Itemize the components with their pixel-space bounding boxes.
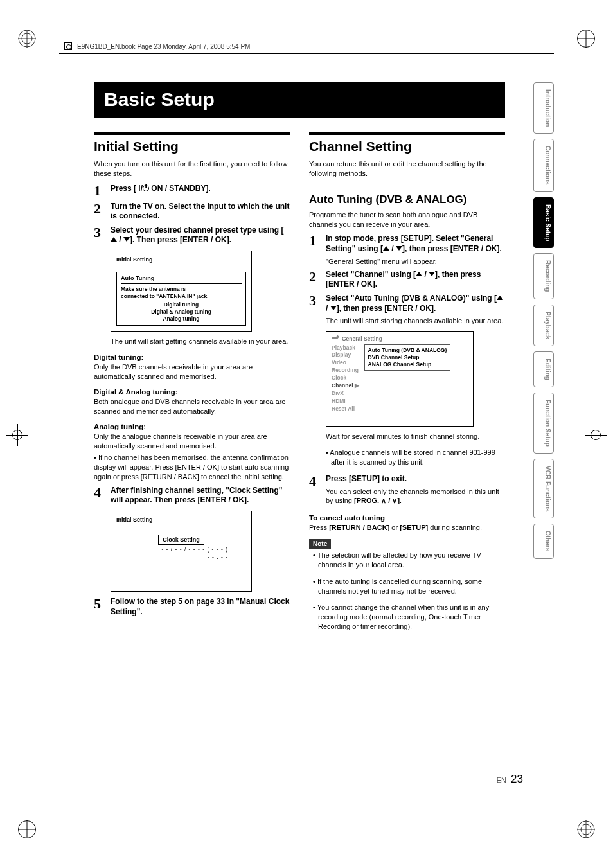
note-item: • You cannot change the channel when thi… [313,603,505,632]
step-1: 1 In stop mode, press [SETUP]. Select "G… [309,234,505,265]
osd-panel-item: DVB Channel Setup [368,354,447,361]
note-list: • The selection will be affected by how … [309,551,505,632]
section-tab: Connections [533,139,554,192]
up-arrow-icon [416,272,422,276]
section-tab: Recording [533,253,554,299]
step-3: 3 Select "Auto Tuning (DVB & ANALOG)" us… [309,294,505,325]
section-tab: Editing [533,351,554,387]
osd-msg: Make sure the antenna is [121,286,242,293]
page-footer: EN 23 [497,773,523,786]
step-number: 3 [309,294,321,325]
step-number: 1 [94,184,105,198]
section-tabs: IntroductionConnectionsBasic SetupRecord… [533,82,554,559]
osd-menu-item: Reset All [332,405,359,413]
subhead: Analog tuning: [94,423,290,430]
body-text: Both analogue and DVB channels receivabl… [94,397,290,416]
step-text: In stop mode, press [SETUP]. Select "Gen… [326,234,505,265]
osd-title: Initial Setting [116,256,246,263]
triangle-right-icon: ▶ [355,382,359,390]
osd-option: Digital & Analog tuning [121,308,242,315]
heading-initial-setting: Initial Setting [94,139,290,154]
osd-menu: PlaybackDisplayVideoRecordingClockChanne… [332,344,359,413]
step-number: 2 [309,270,321,290]
column-left: Initial Setting When you turn on this un… [94,132,290,639]
osd-clock-setting: Initial Setting Clock Setting - - / - - … [111,511,252,592]
down-arrow-icon [396,246,402,251]
osd-option: Analog tuning [121,315,242,323]
osd-value: - - / - - / - - - - ( - - - ) [116,546,246,553]
step-2: 2 Turn the TV on. Select the input to wh… [94,202,290,222]
subhead: Digital tuning: [94,353,290,361]
intro-text: You can retune this unit or edit the cha… [309,159,505,179]
crop-mark-icon [18,820,36,838]
body-text: Only the DVB channels receivable in your… [94,362,290,382]
crop-mark-icon [18,30,36,48]
osd-menu-item: Playback [332,344,359,352]
osd-option: Digital tuning [121,301,242,308]
section-tab: Playback [533,305,554,346]
osd-msg: connected to "ANTENNA IN" jack. [121,293,242,300]
rule [309,184,505,184]
step-number: 1 [309,234,321,265]
step-text: Select your desired channel preset type … [111,226,290,245]
intro-text: When you turn on this unit for the first… [94,159,290,179]
osd-menu-item: Recording [332,367,359,375]
book-icon [63,41,73,51]
body-text: Wait for several minutes to finish chann… [326,432,505,441]
osd-menu-item: Clock [332,375,359,382]
step-subtext: The unit will start storing channels ava… [326,316,505,325]
step-subtext: "General Setting" menu will appear. [326,257,505,266]
chevron-up-icon: ∧ [381,496,386,505]
footer-lang: EN [497,776,506,784]
step-text: Select "Channel" using [ / ], then press… [326,270,505,290]
step-number: 3 [94,226,105,245]
body-text: Press [RETURN / BACK] or [SETUP] during … [309,523,505,533]
running-header: E9NG1BD_EN.book Page 23 Monday, April 7,… [59,39,554,54]
osd-value: - - : - - [116,554,246,560]
step-number: 2 [94,202,105,222]
body-text: • If no channel has been memorised, the … [94,453,290,482]
step-number: 4 [94,486,105,506]
up-arrow-icon [497,296,503,300]
content: Basic Setup Initial Setting When you tur… [94,82,505,791]
osd-panel-item: Auto Tuning (DVB & ANALOG) [368,347,447,354]
heading-auto-tuning: Auto Tuning (DVB & ANALOG) [309,193,505,206]
osd-menu-item: Display [332,351,359,359]
step-number: 5 [94,597,105,617]
osd-title: General Setting [332,335,468,342]
column-right: Channel Setting You can retune this unit… [309,132,505,639]
osd-menu-item: HDMI [332,398,359,405]
rule [309,132,505,135]
osd-menu-item: DivX [332,390,359,398]
osd-menu-item: Channel ▶ [332,382,359,390]
heading-channel-setting: Channel Setting [309,139,505,154]
note-label: Note [309,539,331,549]
osd-panel: Auto Tuning (DVB & ANALOG)DVB Channel Se… [364,344,451,371]
step-4: 4 After finishing channel setting, "Cloc… [94,486,290,506]
step-5: 5 Follow to the step 5 on page 33 in "Ma… [94,597,290,617]
osd-header: Auto Tuning [121,275,242,284]
up-arrow-icon [111,237,117,242]
crop-mark-icon [591,430,601,440]
subhead: To cancel auto tuning [309,514,505,522]
section-tab: Introduction [533,82,554,134]
step-2: 2 Select "Channel" using [ / ], then pre… [309,270,505,290]
down-arrow-icon [123,237,130,242]
step-3: 3 Select your desired channel preset typ… [94,226,290,245]
body-text: The unit will start getting channels ava… [111,337,290,346]
crop-mark-icon [577,30,595,48]
note-item: • If the auto tuning is cancelled during… [313,577,505,596]
crop-mark-icon [577,820,595,838]
osd-title: Initial Setting [116,517,246,523]
subhead: Digital & Analog tuning: [94,388,290,396]
down-arrow-icon [330,306,337,310]
step-1: 1 Press [ I/ ON / STANDBY]. [94,184,290,198]
osd-body: Auto Tuning Make sure the antenna is con… [116,272,246,326]
step-text: Select "Auto Tuning (DVB & ANALOG)" usin… [326,294,505,325]
step-text: After finishing channel setting, "Clock … [111,486,290,506]
step-subtext: You can select only the channels memoris… [326,487,505,506]
step-text: Press [ I/ ON / STANDBY]. [111,184,211,198]
down-arrow-icon [429,272,435,276]
rule [94,132,290,135]
running-header-text: E9NG1BD_EN.book Page 23 Monday, April 7,… [77,43,250,50]
